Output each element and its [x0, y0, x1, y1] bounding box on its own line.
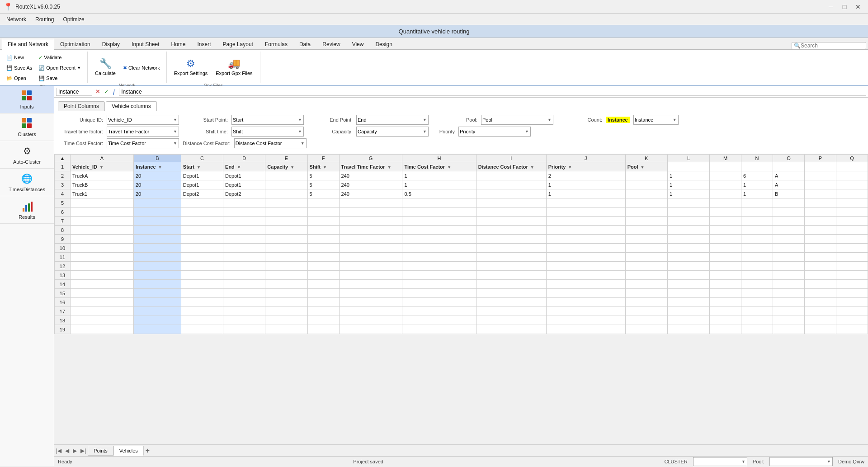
cell-19-5[interactable]: [307, 325, 339, 334]
col-header-B[interactable]: B: [133, 155, 181, 162]
sheet-nav-last[interactable]: ▶|: [79, 448, 88, 454]
cell-3i[interactable]: [476, 180, 546, 189]
cell-6-7[interactable]: [402, 208, 476, 217]
cell-11-4[interactable]: [265, 253, 307, 262]
cell-5-10[interactable]: [625, 198, 667, 208]
cell-5-9[interactable]: [546, 198, 625, 208]
col-header-K[interactable]: K: [625, 155, 667, 162]
cell-16-16[interactable]: [836, 298, 868, 307]
col-header-L[interactable]: L: [667, 155, 709, 162]
cell-7-16[interactable]: [836, 217, 868, 226]
cell-8-16[interactable]: [836, 226, 868, 235]
unique-id-select[interactable]: Vehicle_ID: [107, 115, 179, 125]
cell-8-9[interactable]: [546, 226, 625, 235]
cell-13-5[interactable]: [307, 271, 339, 280]
sheet-nav-next[interactable]: ▶: [71, 448, 79, 454]
new-button[interactable]: 📄 New: [4, 52, 35, 62]
cell-18-2[interactable]: [181, 316, 223, 325]
cell-18-7[interactable]: [402, 316, 476, 325]
cell-9-0[interactable]: [70, 235, 133, 244]
cell-9-5[interactable]: [307, 235, 339, 244]
cell-3h[interactable]: 1: [402, 180, 476, 189]
cell-4j[interactable]: 1: [546, 189, 625, 198]
cell-9-13[interactable]: [741, 235, 773, 244]
cell-4f[interactable]: 5: [307, 189, 339, 198]
cell-11-1[interactable]: [133, 253, 181, 262]
cell-5-5[interactable]: [307, 198, 339, 208]
cell-8-0[interactable]: [70, 226, 133, 235]
cell-18-12[interactable]: [710, 316, 741, 325]
cell-15-9[interactable]: [546, 289, 625, 298]
header-capacity[interactable]: Capacity ▼: [265, 162, 307, 171]
cell-5-3[interactable]: [223, 198, 265, 208]
distance-cost-select[interactable]: Distance Cost Factor: [234, 138, 307, 148]
col-header-A[interactable]: A: [70, 155, 133, 162]
cell-6-5[interactable]: [307, 208, 339, 217]
cell-11-13[interactable]: [741, 253, 773, 262]
cell-10-5[interactable]: [307, 244, 339, 253]
cell-15-12[interactable]: [710, 289, 741, 298]
cell-14-15[interactable]: [805, 280, 836, 289]
cell-5-8[interactable]: [476, 198, 546, 208]
cell-7-0[interactable]: [70, 217, 133, 226]
cell-7-11[interactable]: [667, 217, 709, 226]
header-travel-time[interactable]: Travel Time Factor ▼: [339, 162, 402, 171]
cell-15-7[interactable]: [402, 289, 476, 298]
cell-2b[interactable]: 20: [133, 171, 181, 180]
cell-7-3[interactable]: [223, 217, 265, 226]
start-point-select[interactable]: Start: [231, 115, 304, 125]
col-header-I[interactable]: I: [476, 155, 546, 162]
sidebar-item-results[interactable]: Results: [0, 196, 54, 224]
header-o[interactable]: [773, 162, 805, 171]
cell-17-1[interactable]: [133, 307, 181, 316]
cell-14-11[interactable]: [667, 280, 709, 289]
tab-insert[interactable]: Insert: [192, 38, 217, 49]
cell-12-0[interactable]: [70, 262, 133, 271]
cell-17-16[interactable]: [836, 307, 868, 316]
minimize-button[interactable]: ─: [825, 0, 837, 13]
cell-8-11[interactable]: [667, 226, 709, 235]
cell-19-16[interactable]: [836, 325, 868, 334]
cell-4a[interactable]: Truck1: [70, 189, 133, 198]
header-instance[interactable]: Instance ▼: [133, 162, 181, 171]
cell-2f[interactable]: 5: [307, 171, 339, 180]
cell-10-10[interactable]: [625, 244, 667, 253]
cell-17-4[interactable]: [265, 307, 307, 316]
count-select[interactable]: Instance: [633, 115, 679, 125]
cell-12-6[interactable]: [339, 262, 402, 271]
cell-3j[interactable]: 1: [546, 180, 625, 189]
cell-4c[interactable]: Depot2: [181, 189, 223, 198]
col-header-C[interactable]: C: [181, 155, 223, 162]
cell-7-10[interactable]: [625, 217, 667, 226]
cell-17-10[interactable]: [625, 307, 667, 316]
cell-17-5[interactable]: [307, 307, 339, 316]
cell-15-13[interactable]: [741, 289, 773, 298]
cell-14-7[interactable]: [402, 280, 476, 289]
header-priority[interactable]: Priority ▼: [546, 162, 625, 171]
cell-8-7[interactable]: [402, 226, 476, 235]
cell-2a[interactable]: TruckA: [70, 171, 133, 180]
cell-9-15[interactable]: [805, 235, 836, 244]
cell-9-11[interactable]: [667, 235, 709, 244]
cell-3d[interactable]: Depot1: [223, 180, 265, 189]
cell-19-13[interactable]: [741, 325, 773, 334]
cell-3k[interactable]: [625, 180, 667, 189]
close-button[interactable]: ✕: [852, 0, 864, 13]
header-q[interactable]: [836, 162, 868, 171]
cell-15-1[interactable]: [133, 289, 181, 298]
col-header-E[interactable]: E: [265, 155, 307, 162]
cell-10-4[interactable]: [265, 244, 307, 253]
cell-3o[interactable]: A: [773, 180, 805, 189]
cell-16-12[interactable]: [710, 298, 741, 307]
pool-select[interactable]: Pool: [481, 115, 553, 125]
cell-11-14[interactable]: [773, 253, 805, 262]
search-input[interactable]: [801, 42, 864, 49]
cell-2i[interactable]: [476, 171, 546, 180]
cell-12-8[interactable]: [476, 262, 546, 271]
cell-16-13[interactable]: [741, 298, 773, 307]
cell-11-3[interactable]: [223, 253, 265, 262]
cell-5-6[interactable]: [339, 198, 402, 208]
cell-4k[interactable]: [625, 189, 667, 198]
cell-8-5[interactable]: [307, 226, 339, 235]
tab-review[interactable]: Review: [316, 38, 346, 49]
